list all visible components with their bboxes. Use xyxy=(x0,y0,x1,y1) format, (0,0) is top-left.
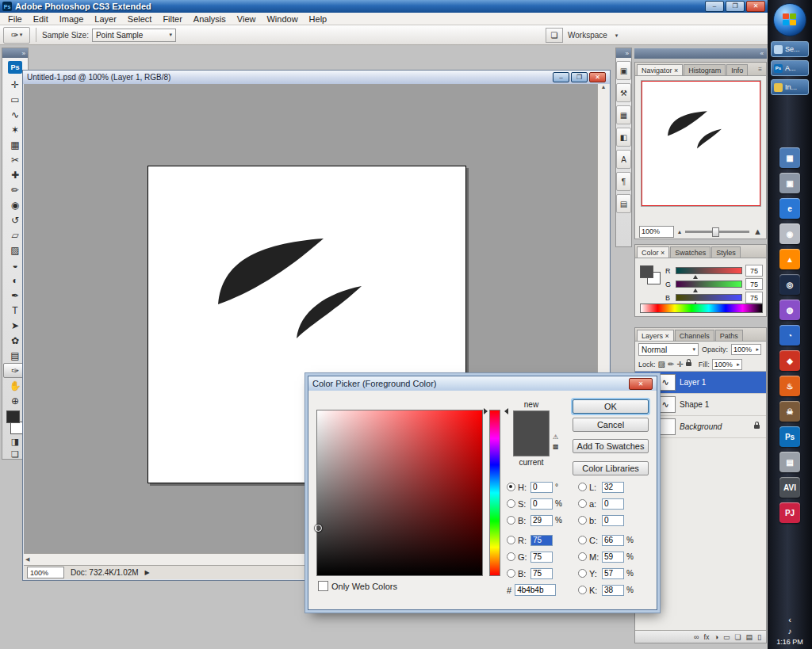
value-input[interactable] xyxy=(602,585,624,596)
gamut-warning-icon[interactable]: ⚠ xyxy=(553,433,559,441)
palette-well-icon[interactable]: ❏ xyxy=(546,28,563,43)
scroll-up-icon[interactable]: ▲ xyxy=(601,84,607,90)
layer-style-icon[interactable]: fx xyxy=(703,633,709,641)
workspace-button[interactable]: Workspace xyxy=(568,31,607,40)
start-button[interactable] xyxy=(773,3,806,36)
vlc-icon[interactable]: ▲ xyxy=(779,249,800,269)
actions-panel-icon[interactable]: ▣ xyxy=(616,61,631,80)
layer-name[interactable]: Shape 1 xyxy=(680,400,709,409)
value-input[interactable] xyxy=(602,552,624,563)
scroll-left-icon[interactable]: ◀ xyxy=(25,556,29,563)
panel-tab[interactable]: Styles xyxy=(711,246,741,258)
game-skull-icon[interactable]: ☠ xyxy=(779,401,800,422)
channel-value[interactable]: 75 xyxy=(745,265,763,277)
paragraph-panel-icon[interactable]: ¶ xyxy=(616,172,631,191)
panel-color-swatches[interactable] xyxy=(640,265,661,284)
only-web-colors-checkbox[interactable] xyxy=(318,581,328,591)
document-titlebar[interactable]: Untitled-1.psd @ 100% (Layer 1, RGB/8) –… xyxy=(23,71,610,84)
ok-button[interactable]: OK xyxy=(573,399,649,414)
menu-item[interactable]: Help xyxy=(304,14,333,24)
menu-item[interactable]: Layer xyxy=(89,14,122,24)
layer-comps-icon[interactable]: ◧ xyxy=(616,128,631,147)
volume-icon[interactable]: ♪ xyxy=(788,627,792,636)
right-dock-header[interactable]: « xyxy=(634,48,767,59)
emulator-icon[interactable]: PJ xyxy=(779,502,800,523)
hex-input[interactable] xyxy=(515,584,556,596)
menu-item[interactable]: Analysis xyxy=(188,14,232,24)
hue-slider[interactable] xyxy=(489,410,500,576)
channel-slider[interactable] xyxy=(676,281,742,288)
layer-thumbnail[interactable]: ∿ xyxy=(655,374,676,391)
window-app-icon[interactable]: ▦ xyxy=(779,147,800,168)
layer-name[interactable]: Layer 1 xyxy=(680,378,706,387)
adjustment-layer-icon[interactable]: ◑ xyxy=(714,633,718,641)
gamut-swatch-icon[interactable]: ▩ xyxy=(553,443,559,450)
close-button[interactable]: ✕ xyxy=(746,1,765,12)
saturation-brightness-field[interactable] xyxy=(316,410,483,576)
radio-button[interactable] xyxy=(578,516,587,525)
avi-file-icon[interactable]: AVI xyxy=(779,477,800,498)
menu-item[interactable]: Image xyxy=(54,14,90,24)
hue-slider-right-arrow[interactable] xyxy=(501,408,508,414)
zoom-out-icon[interactable]: ▴ xyxy=(678,228,681,235)
dvd-drive-icon[interactable]: ◉ xyxy=(779,223,800,244)
panel-tab[interactable]: Color × xyxy=(637,246,669,258)
camera-app-icon[interactable]: ◎ xyxy=(779,274,800,295)
doc-maximize-button[interactable]: ❐ xyxy=(571,72,588,82)
lock-all-icon[interactable] xyxy=(686,362,691,366)
panel-tab[interactable]: Paths xyxy=(715,330,743,341)
add-to-swatches-button[interactable]: Add To Swatches xyxy=(573,439,649,453)
panel-tab[interactable]: Channels xyxy=(675,330,714,341)
hard-drive-icon[interactable]: ▤ xyxy=(779,452,800,472)
layer-thumbnail[interactable]: ∿ xyxy=(655,396,676,413)
value-input[interactable] xyxy=(530,552,553,563)
opacity-field[interactable]: 100% ▸ xyxy=(731,344,761,355)
media-player-icon[interactable]: ◍ xyxy=(779,300,800,320)
menu-item[interactable]: Window xyxy=(261,14,303,24)
blend-mode-select[interactable]: Normal ▾ xyxy=(638,343,699,356)
channel-slider[interactable] xyxy=(676,294,742,301)
new-group-icon[interactable]: ❏ xyxy=(734,633,741,641)
lock-pixels-icon[interactable]: ✏ xyxy=(668,360,674,368)
tools-dock-header[interactable]: » xyxy=(2,48,28,58)
cancel-button[interactable]: Cancel xyxy=(573,418,649,432)
taskbar-window-button[interactable]: Ps A... xyxy=(771,60,809,76)
radio-button[interactable] xyxy=(578,536,587,544)
character-panel-icon[interactable]: A xyxy=(616,150,631,169)
eyedropper-tool-preset-button[interactable]: ✑ ▾ xyxy=(3,27,30,44)
taskbar-window-button[interactable]: In... xyxy=(771,79,809,95)
navigator-zoom-field[interactable]: 100% xyxy=(639,226,674,238)
foreground-color-swatch[interactable] xyxy=(640,265,653,278)
radio-button[interactable] xyxy=(507,499,515,508)
radio-button[interactable] xyxy=(578,569,587,578)
dialog-close-button[interactable]: ✕ xyxy=(629,378,653,390)
dialog-titlebar[interactable]: Color Picker (Foreground Color) ✕ xyxy=(308,376,657,391)
lock-transparency-icon[interactable]: ▨ xyxy=(658,360,665,368)
doc-minimize-button[interactable]: – xyxy=(553,72,569,82)
fill-field[interactable]: 100% ▸ xyxy=(712,359,742,370)
radio-button[interactable] xyxy=(578,499,587,508)
radio-button[interactable] xyxy=(507,552,515,561)
panel-menu-icon[interactable]: ≡ xyxy=(758,66,764,75)
value-input[interactable] xyxy=(530,568,553,579)
photoshop-taskbar-icon[interactable]: Ps xyxy=(779,426,800,447)
menu-item[interactable]: Select xyxy=(122,14,158,24)
color-spectrum-ramp[interactable] xyxy=(640,304,763,313)
blue-globe-icon[interactable]: ◔ xyxy=(779,325,800,345)
dock-strip-header[interactable]: » xyxy=(616,48,631,58)
new-layer-icon[interactable]: ▤ xyxy=(746,633,753,641)
layer-name[interactable]: Background xyxy=(680,422,722,431)
foreground-color-swatch[interactable] xyxy=(6,410,20,423)
value-input[interactable] xyxy=(530,482,553,493)
menu-item[interactable]: File xyxy=(2,14,28,24)
channel-slider[interactable] xyxy=(676,267,742,274)
radio-button[interactable] xyxy=(578,483,587,491)
channel-value[interactable]: 75 xyxy=(745,278,763,290)
app-titlebar[interactable]: Ps Adobe Photoshop CS3 Extended – ❐ ✕ xyxy=(0,0,768,13)
delete-layer-icon[interactable]: ▯ xyxy=(757,633,761,641)
navigator-zoom-slider[interactable] xyxy=(685,231,749,233)
sample-size-select[interactable]: Point Sample ▾ xyxy=(92,29,176,42)
value-input[interactable] xyxy=(530,498,553,510)
zoom-in-icon[interactable]: ▲ xyxy=(753,227,762,236)
my-computer-icon[interactable]: ▣ xyxy=(779,173,800,193)
